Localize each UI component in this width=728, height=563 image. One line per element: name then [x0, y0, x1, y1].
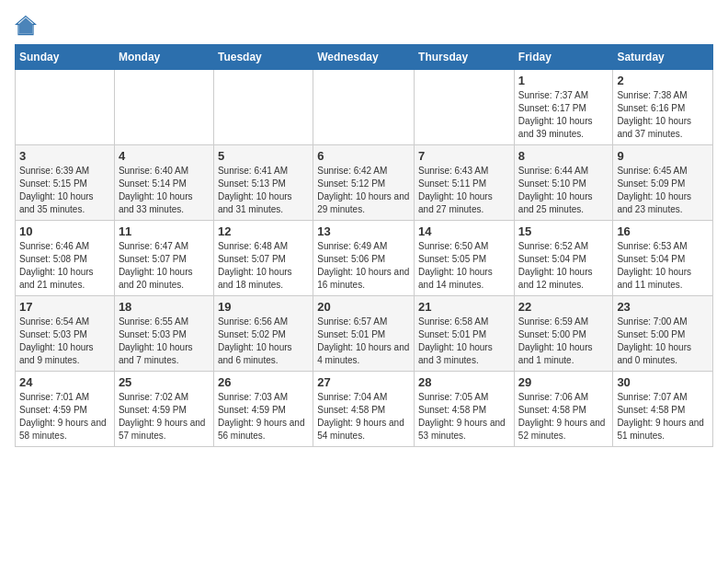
calendar-cell: 4Sunrise: 6:40 AM Sunset: 5:14 PM Daylig… [114, 145, 213, 221]
day-number: 25 [119, 375, 210, 389]
calendar-cell: 1Sunrise: 7:37 AM Sunset: 6:17 PM Daylig… [514, 70, 613, 145]
svg-marker-0 [17, 17, 34, 34]
day-number: 1 [518, 74, 609, 87]
calendar-cell: 11Sunrise: 6:47 AM Sunset: 5:07 PM Dayli… [114, 221, 213, 296]
calendar-cell: 12Sunrise: 6:48 AM Sunset: 5:07 PM Dayli… [213, 221, 313, 296]
calendar-cell: 5Sunrise: 6:41 AM Sunset: 5:13 PM Daylig… [213, 145, 313, 221]
calendar-cell: 10Sunrise: 6:46 AM Sunset: 5:08 PM Dayli… [16, 221, 115, 296]
day-number: 3 [19, 149, 110, 163]
calendar-cell [313, 70, 415, 145]
day-number: 2 [617, 74, 709, 87]
calendar-cell: 3Sunrise: 6:39 AM Sunset: 5:15 PM Daylig… [16, 145, 115, 221]
weekday-header-sunday: Sunday [16, 45, 115, 70]
calendar-cell: 27Sunrise: 7:04 AM Sunset: 4:58 PM Dayli… [313, 372, 415, 447]
calendar-cell [213, 70, 313, 145]
page-header [15, 15, 713, 37]
weekday-header-tuesday: Tuesday [213, 45, 313, 70]
day-info: Sunrise: 6:43 AM Sunset: 5:11 PM Dayligh… [418, 165, 510, 216]
day-number: 13 [317, 224, 410, 238]
day-info: Sunrise: 6:42 AM Sunset: 5:12 PM Dayligh… [317, 165, 410, 216]
day-info: Sunrise: 6:57 AM Sunset: 5:01 PM Dayligh… [317, 316, 410, 367]
day-info: Sunrise: 7:37 AM Sunset: 6:17 PM Dayligh… [518, 89, 609, 141]
calendar-cell: 25Sunrise: 7:02 AM Sunset: 4:59 PM Dayli… [114, 372, 213, 447]
day-number: 8 [518, 149, 609, 163]
day-info: Sunrise: 6:54 AM Sunset: 5:03 PM Dayligh… [19, 316, 110, 367]
calendar-cell: 13Sunrise: 6:49 AM Sunset: 5:06 PM Dayli… [313, 221, 415, 296]
calendar-cell: 20Sunrise: 6:57 AM Sunset: 5:01 PM Dayli… [313, 296, 415, 372]
calendar-cell: 16Sunrise: 6:53 AM Sunset: 5:04 PM Dayli… [613, 221, 713, 296]
day-number: 9 [617, 149, 709, 163]
day-info: Sunrise: 6:41 AM Sunset: 5:13 PM Dayligh… [218, 165, 309, 216]
calendar-cell [114, 70, 213, 145]
day-number: 10 [19, 224, 110, 238]
day-info: Sunrise: 6:39 AM Sunset: 5:15 PM Dayligh… [19, 165, 110, 216]
day-info: Sunrise: 6:46 AM Sunset: 5:08 PM Dayligh… [19, 240, 110, 292]
calendar-week-row: 1Sunrise: 7:37 AM Sunset: 6:17 PM Daylig… [16, 70, 713, 145]
weekday-header-wednesday: Wednesday [313, 45, 415, 70]
day-number: 15 [518, 224, 609, 238]
day-number: 23 [617, 300, 709, 314]
calendar-week-row: 3Sunrise: 6:39 AM Sunset: 5:15 PM Daylig… [16, 145, 713, 221]
day-number: 11 [119, 224, 210, 238]
day-number: 4 [119, 149, 210, 163]
day-number: 5 [218, 149, 309, 163]
day-info: Sunrise: 7:07 AM Sunset: 4:58 PM Dayligh… [617, 391, 709, 442]
day-number: 26 [218, 375, 309, 389]
day-number: 12 [218, 224, 309, 238]
day-info: Sunrise: 7:01 AM Sunset: 4:59 PM Dayligh… [19, 391, 110, 442]
calendar-cell: 6Sunrise: 6:42 AM Sunset: 5:12 PM Daylig… [313, 145, 415, 221]
day-info: Sunrise: 7:00 AM Sunset: 5:00 PM Dayligh… [617, 316, 709, 367]
day-info: Sunrise: 6:40 AM Sunset: 5:14 PM Dayligh… [119, 165, 210, 216]
calendar-week-row: 10Sunrise: 6:46 AM Sunset: 5:08 PM Dayli… [16, 221, 713, 296]
day-info: Sunrise: 7:05 AM Sunset: 4:58 PM Dayligh… [418, 391, 510, 442]
calendar-cell: 30Sunrise: 7:07 AM Sunset: 4:58 PM Dayli… [613, 372, 713, 447]
calendar-cell: 28Sunrise: 7:05 AM Sunset: 4:58 PM Dayli… [415, 372, 515, 447]
calendar-cell: 7Sunrise: 6:43 AM Sunset: 5:11 PM Daylig… [415, 145, 515, 221]
day-number: 18 [119, 300, 210, 314]
day-info: Sunrise: 6:55 AM Sunset: 5:03 PM Dayligh… [119, 316, 210, 367]
calendar-cell: 21Sunrise: 6:58 AM Sunset: 5:01 PM Dayli… [415, 296, 515, 372]
day-info: Sunrise: 7:02 AM Sunset: 4:59 PM Dayligh… [119, 391, 210, 442]
calendar-cell [415, 70, 515, 145]
calendar-cell: 8Sunrise: 6:44 AM Sunset: 5:10 PM Daylig… [514, 145, 613, 221]
day-info: Sunrise: 6:50 AM Sunset: 5:05 PM Dayligh… [418, 240, 510, 292]
calendar-table: SundayMondayTuesdayWednesdayThursdayFrid… [15, 44, 713, 447]
day-number: 17 [19, 300, 110, 314]
calendar-cell: 23Sunrise: 7:00 AM Sunset: 5:00 PM Dayli… [613, 296, 713, 372]
day-info: Sunrise: 6:59 AM Sunset: 5:00 PM Dayligh… [518, 316, 609, 367]
weekday-header-saturday: Saturday [613, 45, 713, 70]
day-info: Sunrise: 6:52 AM Sunset: 5:04 PM Dayligh… [518, 240, 609, 292]
calendar-week-row: 17Sunrise: 6:54 AM Sunset: 5:03 PM Dayli… [16, 296, 713, 372]
day-info: Sunrise: 7:04 AM Sunset: 4:58 PM Dayligh… [317, 391, 410, 442]
day-number: 29 [518, 375, 609, 389]
calendar-cell: 22Sunrise: 6:59 AM Sunset: 5:00 PM Dayli… [514, 296, 613, 372]
day-info: Sunrise: 6:56 AM Sunset: 5:02 PM Dayligh… [218, 316, 309, 367]
day-number: 16 [617, 224, 709, 238]
weekday-header-monday: Monday [114, 45, 213, 70]
day-info: Sunrise: 6:58 AM Sunset: 5:01 PM Dayligh… [418, 316, 510, 367]
day-number: 19 [218, 300, 309, 314]
calendar-cell: 15Sunrise: 6:52 AM Sunset: 5:04 PM Dayli… [514, 221, 613, 296]
day-number: 6 [317, 149, 410, 163]
day-info: Sunrise: 7:03 AM Sunset: 4:59 PM Dayligh… [218, 391, 309, 442]
calendar-cell: 18Sunrise: 6:55 AM Sunset: 5:03 PM Dayli… [114, 296, 213, 372]
day-number: 28 [418, 375, 510, 389]
day-number: 24 [19, 375, 110, 389]
day-number: 14 [418, 224, 510, 238]
day-number: 22 [518, 300, 609, 314]
day-number: 21 [418, 300, 510, 314]
day-info: Sunrise: 6:49 AM Sunset: 5:06 PM Dayligh… [317, 240, 410, 292]
day-info: Sunrise: 6:44 AM Sunset: 5:10 PM Dayligh… [518, 165, 609, 216]
calendar-week-row: 24Sunrise: 7:01 AM Sunset: 4:59 PM Dayli… [16, 372, 713, 447]
weekday-header-thursday: Thursday [415, 45, 515, 70]
day-info: Sunrise: 6:47 AM Sunset: 5:07 PM Dayligh… [119, 240, 210, 292]
day-number: 27 [317, 375, 410, 389]
calendar-cell: 14Sunrise: 6:50 AM Sunset: 5:05 PM Dayli… [415, 221, 515, 296]
calendar-cell [16, 70, 115, 145]
calendar-cell: 9Sunrise: 6:45 AM Sunset: 5:09 PM Daylig… [613, 145, 713, 221]
calendar-cell: 2Sunrise: 7:38 AM Sunset: 6:16 PM Daylig… [613, 70, 713, 145]
calendar-cell: 17Sunrise: 6:54 AM Sunset: 5:03 PM Dayli… [16, 296, 115, 372]
day-info: Sunrise: 7:06 AM Sunset: 4:58 PM Dayligh… [518, 391, 609, 442]
weekday-header-row: SundayMondayTuesdayWednesdayThursdayFrid… [16, 45, 713, 70]
day-info: Sunrise: 6:45 AM Sunset: 5:09 PM Dayligh… [617, 165, 709, 216]
